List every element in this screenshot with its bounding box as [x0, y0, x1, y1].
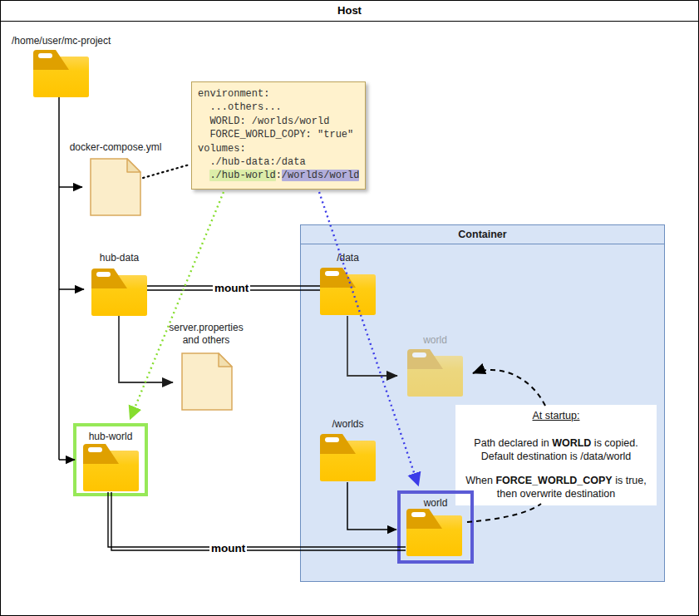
- code-line: ...others...: [198, 101, 359, 114]
- server-properties-file-icon: [181, 352, 233, 414]
- startup-note: At startup: Path declared in WORLD is co…: [455, 405, 657, 505]
- note-text: Path declared in: [474, 437, 552, 449]
- compose-file-icon: [90, 158, 141, 219]
- mount-label-top: mount: [213, 282, 250, 294]
- host-title: Host: [0, 0, 699, 22]
- world-faded-label: world: [407, 334, 463, 347]
- container-title: Container: [301, 225, 664, 244]
- code-line-highlighted: ./hub-world:/worlds/world: [198, 169, 359, 182]
- code-line: FORCE_WORLD_COPY: "true": [198, 128, 359, 141]
- note-text: then overwrite destination: [497, 488, 615, 500]
- world-folder-label: world: [401, 497, 470, 510]
- hub-world-folder-label: hub-world: [76, 431, 145, 443]
- server-properties-label: server.properties and others: [161, 322, 251, 347]
- code-line: ./hub-data:/data: [198, 155, 359, 169]
- host-path-highlight: ./hub-world: [209, 170, 275, 181]
- note-text-bold: WORLD: [552, 437, 591, 449]
- code-line: environment:: [198, 87, 359, 101]
- hub-data-folder-icon: [91, 269, 147, 319]
- hub-data-folder-label: hub-data: [91, 252, 147, 264]
- data-dir-label: /data: [320, 252, 376, 264]
- world-folder-icon: [406, 509, 462, 559]
- world-faded-folder-icon: [407, 349, 463, 400]
- worlds-dir-folder-icon: [320, 434, 376, 485]
- startup-note-paragraph1: Path declared in WORLD is copied. Defaul…: [455, 436, 657, 463]
- note-text: is true,: [613, 475, 647, 486]
- code-indent: [198, 170, 209, 181]
- data-dir-folder-icon: [320, 268, 376, 318]
- note-text: When: [465, 475, 495, 486]
- compose-snippet: environment: ...others... WORLD: /worlds…: [191, 81, 366, 190]
- startup-note-title: At startup:: [455, 409, 657, 422]
- world-highlight-box: world: [397, 490, 474, 564]
- hub-world-folder-icon: [83, 444, 139, 495]
- hub-world-highlight-box: hub-world: [73, 423, 148, 496]
- note-text: is copied.: [591, 437, 637, 449]
- note-text-bold: FORCE_WORLD_COPY: [495, 475, 612, 486]
- compose-file-label: docker-compose.yml: [68, 141, 163, 154]
- code-line: volumes:: [198, 142, 359, 155]
- server-properties-label-line2: and others: [183, 334, 230, 346]
- worlds-dir-label: /worlds: [320, 418, 376, 431]
- mount-label-bottom: mount: [209, 542, 247, 554]
- path-separator: :: [276, 170, 282, 181]
- code-line: WORLD: /worlds/world: [198, 115, 359, 128]
- startup-note-paragraph2: When FORCE_WORLD_COPY is true, then over…: [455, 474, 657, 500]
- project-folder-label: /home/user/mc-project: [12, 35, 111, 47]
- project-folder-icon: [33, 50, 89, 101]
- server-properties-label-line1: server.properties: [169, 322, 243, 333]
- diagram-stage: Host /home/user/mc-project docker-compos…: [0, 0, 699, 616]
- container-path-highlight: /worlds/world: [282, 170, 360, 181]
- note-text: Default destination is /data/world: [481, 451, 632, 462]
